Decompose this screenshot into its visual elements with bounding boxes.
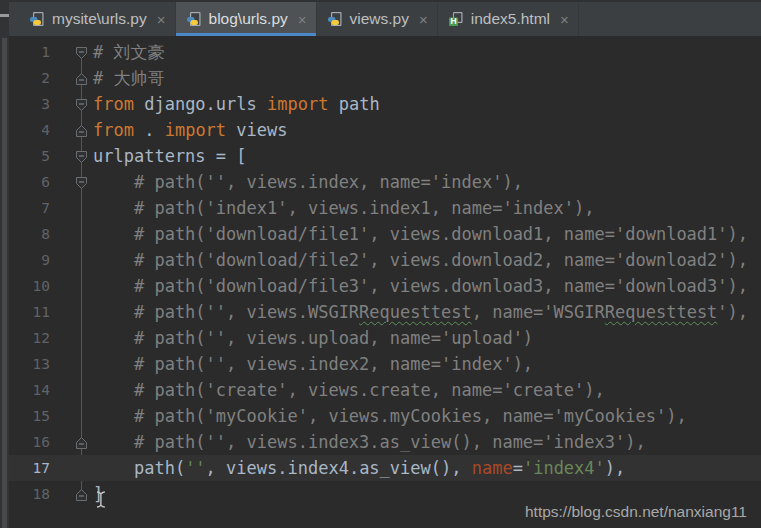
fold-start-icon[interactable]	[75, 149, 88, 168]
fold-start-icon[interactable]	[75, 175, 88, 194]
fold-start-icon[interactable]	[75, 97, 88, 116]
code-text: # path('index1', views.index1, name='ind…	[93, 195, 595, 221]
code-segment-comment: # path('download/file1', views.download1…	[93, 224, 748, 244]
editor-tab-bar: mysite\urls.py×blog\urls.py×views.py×Hin…	[9, 0, 761, 36]
code-segment-string: ''	[185, 458, 205, 478]
fold-start-icon[interactable]	[75, 45, 88, 64]
code-segment-comment: # path('download/file2', views.download2…	[93, 250, 748, 270]
gutter-fold-column	[50, 39, 93, 65]
panel-edge-band	[2, 38, 7, 528]
code-segment-plain: path(	[93, 458, 185, 478]
gutter-fold-column	[50, 143, 93, 169]
code-line-13[interactable]: 13 # path('', views.index2, name='index'…	[9, 351, 761, 377]
code-text: # path('myCookie', views.myCookies, name…	[93, 403, 687, 429]
code-line-2[interactable]: 2# 大帅哥	[9, 65, 761, 91]
code-line-17[interactable]: 17 path('', views.index4.as_view(), name…	[9, 455, 761, 481]
gutter-fold-column	[50, 195, 93, 221]
code-text: # path('', views.index, name='index'),	[93, 169, 523, 195]
code-line-1[interactable]: 1# 刘文豪	[9, 39, 761, 65]
code-segment-plain: ),	[605, 458, 625, 478]
code-text: # path('download/file2', views.download2…	[93, 247, 748, 273]
code-segment-plain: django.urls	[134, 94, 267, 114]
code-editor[interactable]: 1# 刘文豪2# 大帅哥3from django.urls import pat…	[9, 36, 761, 528]
code-segment-plain: path	[328, 94, 379, 114]
python-file-icon	[186, 11, 202, 27]
tab-close-icon[interactable]: ×	[560, 12, 569, 27]
line-number: 1	[9, 39, 50, 65]
line-number: 3	[9, 91, 50, 117]
code-line-9[interactable]: 9 # path('download/file2', views.downloa…	[9, 247, 761, 273]
code-segment-comment: # path('', views.WSGIR	[93, 302, 359, 322]
editor-tab-3[interactable]: Hindex5.html×	[438, 2, 579, 36]
line-number: 17	[9, 455, 50, 481]
tab-close-icon[interactable]: ×	[298, 12, 307, 27]
code-line-5[interactable]: 5urlpatterns = [	[9, 143, 761, 169]
code-segment-plain: views	[226, 120, 287, 140]
code-text: # path('download/file1', views.download1…	[93, 221, 748, 247]
code-segment-param: name	[472, 458, 513, 478]
gutter-fold-column	[50, 169, 93, 195]
gutter-fold-column	[50, 377, 93, 403]
fold-end-icon[interactable]	[75, 435, 88, 454]
fold-end-icon[interactable]	[75, 123, 88, 142]
gutter-fold-column	[50, 351, 93, 377]
fold-end-icon[interactable]	[75, 71, 88, 90]
code-line-4[interactable]: 4from . import views	[9, 117, 761, 143]
code-line-7[interactable]: 7 # path('index1', views.index1, name='i…	[9, 195, 761, 221]
code-text: # path('', views.index3.as_view(), name=…	[93, 429, 646, 455]
gutter-fold-column	[50, 325, 93, 351]
tool-window-edge-strip	[0, 0, 9, 528]
editor-tab-2[interactable]: views.py×	[317, 2, 438, 36]
editor-tab-0[interactable]: mysite\urls.py×	[19, 2, 176, 36]
line-number: 5	[9, 143, 50, 169]
python-file-icon	[29, 11, 45, 27]
svg-text:H: H	[450, 16, 456, 26]
html-file-icon: H	[448, 11, 464, 27]
code-line-15[interactable]: 15 # path('myCookie', views.myCookies, n…	[9, 403, 761, 429]
code-line-16[interactable]: 16 # path('', views.index3.as_view(), na…	[9, 429, 761, 455]
line-number: 15	[9, 403, 50, 429]
code-text: # path('', views.upload, name='upload')	[93, 325, 533, 351]
tab-close-icon[interactable]: ×	[419, 12, 428, 27]
code-text: # path('', views.WSGIRRequesttest, name=…	[93, 299, 748, 325]
gutter-fold-column	[50, 91, 93, 117]
code-segment-keyword: import	[165, 120, 226, 140]
code-text: # 刘文豪	[93, 39, 164, 65]
code-line-11[interactable]: 11 # path('', views.WSGIRRequesttest, na…	[9, 299, 761, 325]
csdn-watermark: https://blog.csdn.net/nanxiang11	[525, 503, 747, 521]
fold-end-icon[interactable]	[75, 487, 88, 506]
code-line-8[interactable]: 8 # path('download/file1', views.downloa…	[9, 221, 761, 247]
python-file-icon	[327, 11, 343, 27]
line-number: 2	[9, 65, 50, 91]
ide-main-area: mysite\urls.py×blog\urls.py×views.py×Hin…	[9, 0, 761, 528]
line-number: 18	[9, 481, 50, 507]
splitter-collapse-dash-icon[interactable]	[0, 14, 9, 17]
tab-label: index5.html	[471, 10, 550, 28]
code-segment-plain: , views.index4.as_view(),	[206, 458, 472, 478]
line-number: 16	[9, 429, 50, 455]
code-text: ]	[93, 481, 103, 507]
line-number: 10	[9, 273, 50, 299]
code-line-14[interactable]: 14 # path('create', views.create, name='…	[9, 377, 761, 403]
line-number: 14	[9, 377, 50, 403]
line-number: 13	[9, 351, 50, 377]
code-line-12[interactable]: 12 # path('', views.upload, name='upload…	[9, 325, 761, 351]
tab-close-icon[interactable]: ×	[157, 12, 166, 27]
code-segment-comment: # 刘文豪	[93, 42, 164, 62]
gutter-fold-column	[50, 221, 93, 247]
code-text: # path('create', views.create, name='cre…	[93, 377, 605, 403]
code-segment-plain: =	[513, 458, 523, 478]
code-line-3[interactable]: 3from django.urls import path	[9, 91, 761, 117]
tab-label: mysite\urls.py	[52, 10, 147, 28]
code-segment-comment: # path('index1', views.index1, name='ind…	[93, 198, 595, 218]
code-segment-comment: # path('create', views.create, name='cre…	[93, 380, 605, 400]
code-segment-keyword: from	[93, 94, 134, 114]
code-segment-comment: # path('myCookie', views.myCookies, name…	[93, 406, 687, 426]
code-line-10[interactable]: 10 # path('download/file3', views.downlo…	[9, 273, 761, 299]
code-segment-comment: # path('', views.upload, name='upload')	[93, 328, 533, 348]
editor-tab-1[interactable]: blog\urls.py×	[176, 2, 317, 36]
tab-label: views.py	[350, 10, 409, 28]
code-line-6[interactable]: 6 # path('', views.index, name='index'),	[9, 169, 761, 195]
code-text: from django.urls import path	[93, 91, 380, 117]
code-text: from . import views	[93, 117, 288, 143]
